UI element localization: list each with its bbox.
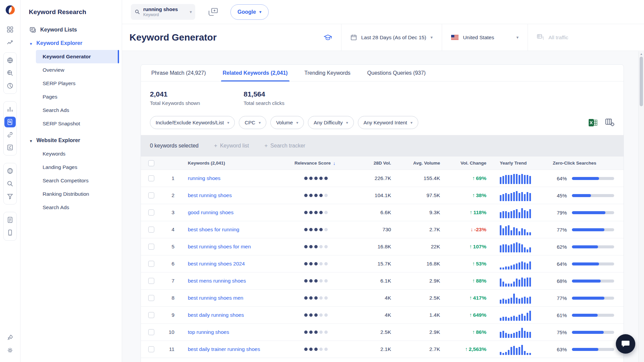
keyword-link[interactable]: best daily trainer running shoes	[188, 346, 260, 352]
tasks-checklist-icon[interactable]	[4, 142, 16, 153]
sidebar-item-search-ads[interactable]: Search Ads	[36, 104, 119, 117]
row-checkbox[interactable]	[148, 209, 154, 216]
page-scrollbar[interactable]: ▲	[638, 51, 644, 362]
chat-support-button[interactable]	[616, 334, 635, 354]
search-query-type: Keyword	[143, 12, 186, 17]
sidebar-item-serp-snapshot[interactable]: SERP Snapshot	[36, 117, 119, 130]
sidebar-item-keyword-generator[interactable]: Keyword Generator	[36, 50, 119, 63]
keyword-search-selector[interactable]: running shoes Keyword ▾	[131, 4, 195, 20]
scrollbar-up-arrow[interactable]: ▲	[639, 52, 644, 56]
market-share-pie-icon[interactable]	[4, 80, 16, 91]
scrollbar-thumb[interactable]	[640, 57, 643, 106]
row-checkbox[interactable]	[148, 175, 154, 181]
sidebar-item-ranking-distribution[interactable]: Ranking Distribution	[36, 187, 119, 201]
zero-click-bar	[572, 297, 614, 300]
trend-bar	[529, 353, 531, 355]
sidebar-group-keyword-explorer[interactable]: ▾Keyword Explorer	[20, 37, 122, 50]
chevron-down-icon: ▾	[517, 35, 519, 40]
row-checkbox[interactable]	[148, 329, 154, 335]
row-checkbox[interactable]	[148, 278, 154, 284]
sidebar-item-keyword-lists[interactable]: Keyword Lists	[20, 23, 122, 37]
tab-trending-keywords[interactable]: Trending Keywords	[296, 65, 359, 81]
backlinks-icon[interactable]	[4, 129, 16, 140]
keyword-research-icon[interactable]	[4, 117, 16, 127]
search-engine-selector[interactable]: Google ▾	[230, 4, 269, 20]
keyword-results-card: Phrase Match (24,927)Related Keywords (2…	[141, 64, 624, 362]
country-selector[interactable]: United States ▾	[442, 24, 528, 51]
date-range-selector[interactable]: Last 28 Days (As of Dec 15) ▾	[341, 24, 442, 51]
tab-questions-queries-937-[interactable]: Questions Queries (937)	[359, 65, 434, 81]
funnel-icon[interactable]	[4, 191, 16, 202]
keyword-link[interactable]: best running shoes	[188, 192, 232, 198]
chevron-down-icon: ▾	[30, 139, 32, 143]
mobile-app-icon[interactable]	[4, 227, 16, 238]
filter-volume[interactable]: Volume▾	[270, 116, 304, 129]
web-category-icon[interactable]	[4, 68, 16, 78]
filter-any-keyword-intent[interactable]: Any Keyword Intent▾	[358, 116, 418, 129]
trend-bar	[527, 313, 528, 321]
insights-cap-icon[interactable]	[315, 34, 341, 41]
row-checkbox[interactable]	[148, 261, 154, 267]
trend-bar	[516, 298, 518, 304]
site-search-icon[interactable]	[4, 178, 16, 189]
keyword-link[interactable]: top running shoes	[188, 329, 229, 335]
rocket-icon[interactable]	[4, 332, 16, 343]
row-checkbox[interactable]	[148, 346, 154, 352]
traffic-filter[interactable]: All traffic	[528, 24, 644, 51]
sidebar-item-landing-pages[interactable]: Landing Pages	[36, 161, 119, 174]
add-comparison-icon[interactable]	[209, 8, 218, 16]
yearly-trend-chart	[495, 224, 549, 235]
sidebar-item-search-ads[interactable]: Search Ads	[36, 201, 119, 214]
sidebar-item-search-competitors[interactable]: Search Competitors	[36, 174, 119, 187]
keyword-link[interactable]: best running shoes for men	[188, 244, 251, 249]
bar-chart-icon[interactable]	[4, 104, 16, 115]
row-checkbox[interactable]	[148, 192, 154, 198]
filter-include-exclude-keywords-list[interactable]: Include/Exclude Keywords/List▾	[150, 116, 235, 129]
trend-bar	[524, 247, 526, 252]
trend-bar	[529, 176, 531, 184]
keyword-link[interactable]: best shoes for running	[188, 227, 239, 232]
keyword-link[interactable]: best mens running shoes	[188, 278, 246, 284]
sidebar-group-website-explorer[interactable]: ▾Website Explorer	[20, 134, 122, 147]
relevance-dot	[304, 348, 308, 351]
tab-related-keywords-2-041-[interactable]: Related Keywords (2,041)	[214, 65, 296, 81]
arrow-down-icon: ↓	[471, 227, 473, 232]
add-keyword-list-action[interactable]: +Keyword list	[214, 142, 249, 149]
keyword-link[interactable]: good running shoes	[188, 209, 233, 215]
select-all-checkbox[interactable]	[148, 160, 154, 166]
table-settings-icon[interactable]	[605, 119, 614, 126]
report-doc-icon[interactable]	[4, 215, 16, 225]
zero-click-value: 64%	[553, 261, 567, 267]
sidebar-item-pages[interactable]: Pages	[36, 90, 119, 104]
keyword-link[interactable]: best running shoes men	[188, 295, 243, 301]
filter-any-difficulty[interactable]: Any Difficulty▾	[308, 116, 354, 129]
dashboard-grid-icon[interactable]	[4, 24, 16, 35]
relevance-dot	[314, 262, 318, 265]
keyword-link[interactable]: running shoes	[188, 175, 220, 181]
table-body: 1 running shoes 226.7K 155.4K ↑69% 64% 2…	[141, 170, 624, 358]
chevron-down-icon: ▾	[30, 42, 32, 46]
row-checkbox[interactable]	[148, 227, 154, 233]
settings-gear-icon[interactable]	[4, 345, 16, 356]
keyword-link[interactable]: best daily running shoes	[188, 312, 244, 318]
row-rank: 2	[162, 192, 184, 198]
filter-cpc[interactable]: CPC▾	[239, 116, 266, 129]
add-search-tracker-action[interactable]: +Search tracker	[264, 142, 305, 149]
row-checkbox[interactable]	[148, 312, 154, 318]
col-avg-volume: Avg. Volume	[400, 161, 449, 166]
col-relevance-score[interactable]: Relevance Score ↓	[291, 161, 351, 166]
globe-icon[interactable]	[4, 55, 16, 66]
tab-phrase-match-24-927-[interactable]: Phrase Match (24,927)	[143, 65, 214, 81]
similarweb-logo[interactable]	[5, 5, 15, 15]
sidebar-item-serp-players[interactable]: SERP Players	[36, 77, 119, 90]
vol-change-value: ↑118%	[449, 209, 495, 216]
trend-line-icon[interactable]	[4, 37, 16, 48]
row-checkbox[interactable]	[148, 295, 154, 301]
sidebar-item-keywords[interactable]: Keywords	[36, 147, 119, 161]
row-checkbox[interactable]	[148, 244, 154, 250]
relevance-dot	[319, 279, 323, 283]
keyword-link[interactable]: best running shoes 2024	[188, 261, 245, 266]
sidebar-item-overview[interactable]: Overview	[36, 63, 119, 77]
excel-export-icon[interactable]	[588, 119, 597, 127]
globe-alt-icon[interactable]	[4, 166, 16, 176]
